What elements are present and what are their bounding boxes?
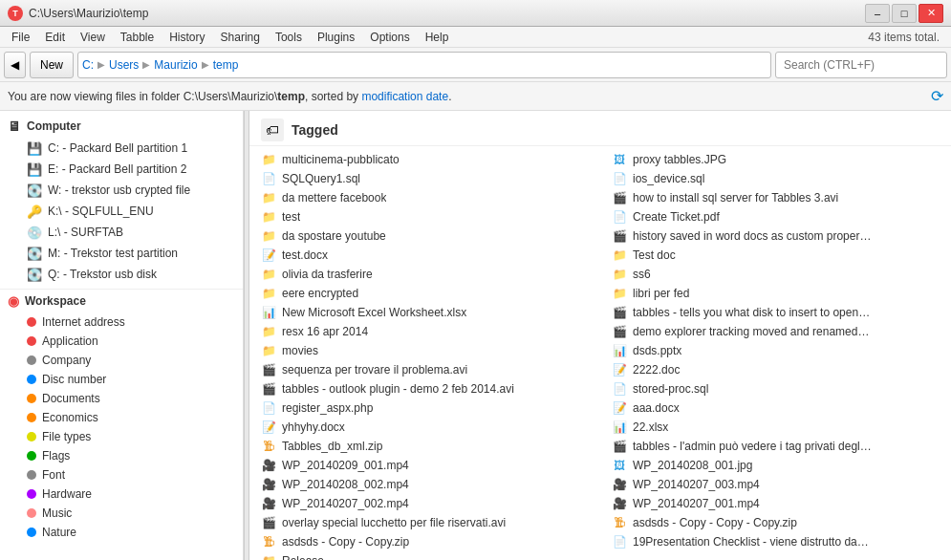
list-item[interactable]: 📄 SQLQuery1.sql (249, 169, 600, 188)
list-item[interactable]: 📁 olivia da trasferire (249, 265, 600, 284)
list-item[interactable]: 🎬 overlay special lucchetto per file ris… (249, 513, 600, 532)
list-item[interactable]: 🗜 asdsds - Copy - Copy.zip (249, 532, 600, 551)
list-item[interactable]: 📊 dsds.pptx (600, 341, 951, 360)
sidebar-item-hardware[interactable]: Hardware (0, 485, 243, 504)
avi-icon: 🎬 (612, 324, 627, 339)
list-item[interactable]: 📁 ss6 (600, 265, 951, 284)
sidebar-item-company[interactable]: Company (0, 351, 243, 370)
list-item[interactable]: 🗜 Tabbles_db_xml.zip (249, 437, 600, 456)
list-item[interactable]: 📁 multicinema-pubblicato (249, 150, 600, 169)
list-item[interactable]: 📁 Release (249, 551, 600, 560)
file-name: test (282, 210, 300, 224)
search-input[interactable] (775, 52, 947, 78)
menu-tools[interactable]: Tools (268, 29, 310, 46)
sidebar-item-disc-number[interactable]: Disc number (0, 370, 243, 389)
list-item[interactable]: 🎬 history saved in word docs as custom p… (600, 226, 951, 246)
drive-q-icon: 💽 (27, 267, 42, 282)
nav-maurizio[interactable]: Maurizio (154, 58, 197, 72)
nav-users[interactable]: Users (109, 58, 139, 72)
sidebar-item-flags[interactable]: Flags (0, 446, 243, 465)
minimize-button[interactable]: – (865, 4, 890, 23)
list-item[interactable]: 🎥 WP_20140209_001.mp4 (249, 456, 600, 475)
list-item[interactable]: 📁 resx 16 apr 2014 (249, 322, 600, 341)
menu-view[interactable]: View (73, 29, 113, 46)
sidebar-item-music[interactable]: Music (0, 504, 243, 523)
sidebar-item-font[interactable]: Font (0, 465, 243, 485)
list-item[interactable]: 🖼 proxy tabbles.JPG (600, 150, 951, 169)
list-item[interactable]: 📁 eere encrypted (249, 284, 600, 303)
sidebar-item-file-types[interactable]: File types (0, 427, 243, 446)
sort-link[interactable]: modification date (361, 90, 448, 103)
list-item[interactable]: 📝 2222.doc (600, 360, 951, 379)
list-item[interactable]: 📁 test (249, 207, 600, 226)
content-area: 🏷 Tagged 📁 multicinema-pubblicato 🖼 prox… (249, 111, 951, 560)
menu-edit[interactable]: Edit (37, 29, 73, 46)
list-item[interactable]: 📁 libri per fed (600, 284, 951, 303)
list-item[interactable]: 🎥 WP_20140207_002.mp4 (249, 494, 600, 513)
drive-m-label: M: - Trekstor test partition (48, 247, 178, 260)
list-item[interactable]: 🎥 WP_20140207_001.mp4 (600, 494, 951, 513)
list-item[interactable]: 🎬 demo explorer tracking moved and renam… (600, 322, 951, 341)
list-item[interactable]: 📄 19Presentation Checklist - viene distr… (600, 532, 951, 551)
list-item[interactable]: 🎬 sequenza per trovare il problema.avi (249, 360, 600, 379)
jpg-icon: 🖼 (612, 458, 627, 473)
file-name: Release (282, 554, 324, 560)
sidebar-item-economics[interactable]: Economics (0, 408, 243, 427)
sidebar-drive-m[interactable]: 💽 M: - Trekstor test partition (0, 243, 243, 264)
file-name: WP_20140209_001.mp4 (282, 459, 409, 472)
close-button[interactable]: ✕ (919, 4, 943, 23)
list-item[interactable]: 📄 stored-proc.sql (600, 379, 951, 398)
sidebar-drive-w[interactable]: 💽 W: - trekstor usb crypted file (0, 180, 243, 201)
list-item[interactable]: 🎥 WP_20140208_002.mp4 (249, 475, 600, 494)
list-item[interactable]: 📊 22.xlsx (600, 418, 951, 437)
address-bar: You are now viewing files in folder C:\U… (0, 82, 951, 111)
maximize-button[interactable]: □ (892, 4, 917, 23)
menu-help[interactable]: Help (418, 29, 457, 46)
list-item[interactable]: 🎥 WP_20140207_003.mp4 (600, 475, 951, 494)
drive-m-icon: 💽 (27, 246, 42, 261)
sidebar-workspace-header[interactable]: ◉ Workspace (0, 289, 243, 312)
sidebar-item-nature[interactable]: Nature (0, 523, 243, 542)
list-item[interactable]: 📁 da spostare youtube (249, 226, 600, 246)
sidebar-item-documents[interactable]: Documents (0, 389, 243, 408)
list-item[interactable]: 📊 New Microsoft Excel Worksheet.xlsx (249, 303, 600, 322)
list-item[interactable]: 📄 ios_device.sql (600, 169, 951, 188)
back-button[interactable]: ◀ (4, 52, 26, 78)
menu-plugins[interactable]: Plugins (310, 29, 362, 46)
refresh-icon[interactable]: ⟳ (931, 87, 943, 105)
new-button[interactable]: New (30, 52, 74, 78)
list-item[interactable]: 📄 Create Ticket.pdf (600, 207, 951, 226)
menu-tabble[interactable]: Tabble (113, 29, 162, 46)
list-item[interactable]: 🗜 asdsds - Copy - Copy - Copy.zip (600, 513, 951, 532)
sidebar-item-application[interactable]: Application (0, 332, 243, 351)
sidebar-item-internet-address[interactable]: Internet address (0, 312, 243, 332)
list-item[interactable]: 📄 register_aspx.php (249, 398, 600, 418)
sidebar-drive-q[interactable]: 💽 Q: - Trekstor usb disk (0, 264, 243, 285)
sidebar-computer-header[interactable]: 🖥 Computer (0, 115, 243, 138)
nav-c[interactable]: C: (82, 58, 94, 72)
list-item[interactable]: 📁 da mettere facebook (249, 188, 600, 207)
list-item[interactable]: 📁 movies (249, 341, 600, 360)
nav-temp[interactable]: temp (213, 58, 239, 72)
list-item[interactable]: 🎬 tabbles - outlook plugin - demo 2 feb … (249, 379, 600, 398)
list-item[interactable]: 📁 Test doc (600, 246, 951, 265)
list-item[interactable]: 🎬 tabbles - tells you what disk to inser… (600, 303, 951, 322)
sidebar-drive-l[interactable]: 💿 L:\ - SURFTAB (0, 222, 243, 243)
list-item[interactable]: 📝 yhhyhy.docx (249, 418, 600, 437)
sidebar-drive-e[interactable]: 💾 E: - Packard Bell partition 2 (0, 159, 243, 180)
list-item[interactable]: 📝 test.docx (249, 246, 600, 265)
menu-sharing[interactable]: Sharing (213, 29, 268, 46)
sidebar-drive-k[interactable]: 🔑 K:\ - SQLFULL_ENU (0, 201, 243, 222)
menu-history[interactable]: History (162, 29, 212, 46)
sidebar-drive-c[interactable]: 💾 C: - Packard Bell partition 1 (0, 138, 243, 159)
list-item[interactable]: 🎬 tabbles - l'admin può vedere i tag pri… (600, 437, 951, 456)
list-item[interactable]: 📝 aaa.docx (600, 398, 951, 418)
list-item[interactable]: 🎬 how to install sql server for Tabbles … (600, 188, 951, 207)
folder-icon: 📁 (261, 286, 276, 301)
menu-options[interactable]: Options (362, 29, 417, 46)
list-item[interactable]: 🖼 WP_20140208_001.jpg (600, 456, 951, 475)
menu-file[interactable]: File (4, 29, 37, 46)
file-name: tabbles - outlook plugin - demo 2 feb 20… (282, 382, 514, 396)
internet-address-label: Internet address (42, 315, 125, 329)
file-name: da spostare youtube (282, 229, 386, 243)
